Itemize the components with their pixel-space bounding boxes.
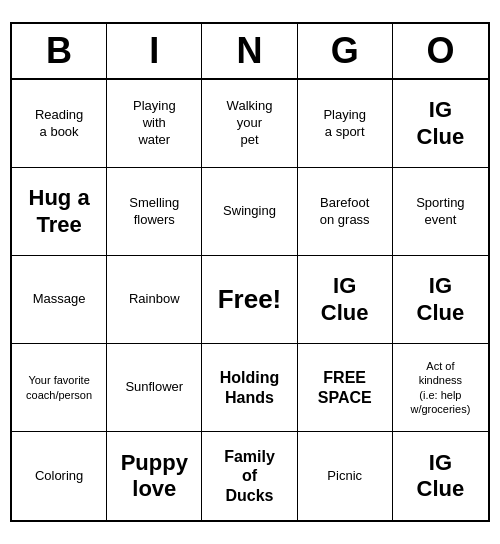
bingo-cell: Playing a sport — [298, 80, 393, 168]
bingo-cell: IG Clue — [298, 256, 393, 344]
cell-text: Picnic — [327, 468, 362, 485]
bingo-cell: Walking your pet — [202, 80, 297, 168]
bingo-cell: Playing with water — [107, 80, 202, 168]
cell-text: IG Clue — [417, 450, 465, 503]
cell-text: Reading a book — [35, 107, 83, 141]
bingo-cell: Your favorite coach/person — [12, 344, 107, 432]
bingo-board: BINGO Reading a bookPlaying with waterWa… — [10, 22, 490, 522]
cell-text: Puppy love — [121, 450, 188, 503]
bingo-cell: Picnic — [298, 432, 393, 520]
bingo-cell: Reading a book — [12, 80, 107, 168]
cell-text: Free! — [218, 283, 282, 317]
bingo-cell: Rainbow — [107, 256, 202, 344]
header-letter: B — [12, 24, 107, 78]
bingo-header: BINGO — [12, 24, 488, 80]
cell-text: Swinging — [223, 203, 276, 220]
bingo-cell: Puppy love — [107, 432, 202, 520]
cell-text: Sunflower — [125, 379, 183, 396]
cell-text: Act of kindness (i.e: help w/groceries) — [410, 359, 470, 416]
bingo-cell: Barefoot on grass — [298, 168, 393, 256]
bingo-cell: FREE SPACE — [298, 344, 393, 432]
cell-text: FREE SPACE — [318, 368, 372, 406]
bingo-cell: Family of Ducks — [202, 432, 297, 520]
bingo-cell: Smelling flowers — [107, 168, 202, 256]
bingo-cell: Hug a Tree — [12, 168, 107, 256]
cell-text: Rainbow — [129, 291, 180, 308]
header-letter: I — [107, 24, 202, 78]
cell-text: Hug a Tree — [29, 185, 90, 238]
bingo-cell: IG Clue — [393, 80, 488, 168]
bingo-cell: Sunflower — [107, 344, 202, 432]
bingo-cell: Holding Hands — [202, 344, 297, 432]
cell-text: Smelling flowers — [129, 195, 179, 229]
bingo-cell: IG Clue — [393, 256, 488, 344]
bingo-cell: Sporting event — [393, 168, 488, 256]
header-letter: N — [202, 24, 297, 78]
header-letter: G — [298, 24, 393, 78]
bingo-cell: Coloring — [12, 432, 107, 520]
bingo-cell: Free! — [202, 256, 297, 344]
bingo-cell: Massage — [12, 256, 107, 344]
cell-text: Family of Ducks — [224, 447, 275, 505]
cell-text: Playing with water — [133, 98, 176, 149]
bingo-grid: Reading a bookPlaying with waterWalking … — [12, 80, 488, 520]
cell-text: Your favorite coach/person — [26, 373, 92, 402]
cell-text: Barefoot on grass — [320, 195, 370, 229]
header-letter: O — [393, 24, 488, 78]
cell-text: Massage — [33, 291, 86, 308]
bingo-cell: Swinging — [202, 168, 297, 256]
cell-text: Holding Hands — [220, 368, 280, 406]
cell-text: Walking your pet — [227, 98, 273, 149]
cell-text: Sporting event — [416, 195, 464, 229]
bingo-cell: IG Clue — [393, 432, 488, 520]
cell-text: Playing a sport — [323, 107, 366, 141]
cell-text: IG Clue — [417, 273, 465, 326]
cell-text: IG Clue — [417, 97, 465, 150]
cell-text: Coloring — [35, 468, 83, 485]
bingo-cell: Act of kindness (i.e: help w/groceries) — [393, 344, 488, 432]
cell-text: IG Clue — [321, 273, 369, 326]
